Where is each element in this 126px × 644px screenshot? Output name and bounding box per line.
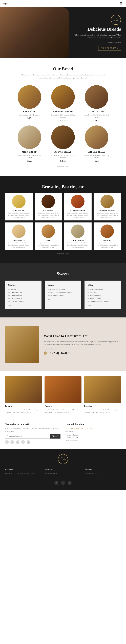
pastry-item: CROISSANT Sample text. Click to select t… xyxy=(5,193,33,220)
hours-days: Monday - Sunday xyxy=(66,434,121,436)
footer-column: Headline Sample Filler text. xyxy=(45,468,81,475)
bread-name: MILK BREAD xyxy=(14,151,44,153)
gallery-item-description: Sample text. Click to select the text bo… xyxy=(84,408,121,414)
gallery-item-title: Cookies xyxy=(44,405,82,408)
bread-price: $2.45 xyxy=(48,160,78,162)
pastry-description: Sample text. Click to select the text bo… xyxy=(37,212,60,218)
hero-bread-image xyxy=(0,8,69,58)
sweets-column: Cookies BiscottiChocolate ChipOatmeal Pe… xyxy=(5,280,41,309)
sweets-more-link[interactable]: more xyxy=(8,304,38,306)
sweets-column-title: Other xyxy=(88,284,118,286)
pastry-item: BROWNIES Sample text. Click to select th… xyxy=(35,193,62,220)
sweets-column: Scones Classic butter sconeFresh fruit b… xyxy=(45,280,81,309)
sweets-item: Seasonal galettes xyxy=(88,288,118,290)
menu-icon[interactable]: ☰ xyxy=(120,2,123,6)
social-icon-p[interactable]: p xyxy=(26,440,30,444)
footer-social-icon-f[interactable]: f xyxy=(54,481,58,485)
newsletter-title: Sign up for the newsletter xyxy=(5,423,60,426)
footer-social: fty xyxy=(5,478,121,485)
bread-description: Sample text. Click to select the Text El… xyxy=(14,154,44,159)
sweets-item: Banana Bread xyxy=(88,294,118,296)
gallery-item-description: Sample text. Click to select the text bo… xyxy=(5,408,42,414)
footer-social-icon-y[interactable]: y xyxy=(68,481,72,485)
pastry-image xyxy=(71,224,85,238)
footer-badge: Bakery Est. 2010 xyxy=(58,454,68,464)
pastries-title: Brownies, Pastries, etc xyxy=(5,184,121,189)
sweets-columns: Cookies BiscottiChocolate ChipOatmeal Pe… xyxy=(5,280,121,309)
social-icon-in[interactable]: in xyxy=(16,440,19,444)
pastry-image xyxy=(12,195,25,208)
pastry-description: Sample text. Click to select the text bo… xyxy=(96,242,119,248)
gallery-item-title: Pastries xyxy=(84,405,121,408)
info-section: Sign up for the newsletter Want to be th… xyxy=(0,423,126,449)
pastry-name: TARTS xyxy=(37,239,60,241)
gallery-item-title: Breads xyxy=(5,405,42,408)
hours-column: Hours & Location 44 E 13th St, New York,… xyxy=(66,423,121,444)
contact-content: We'd Like to Hear from You We are leader… xyxy=(44,334,121,355)
bread-image xyxy=(18,85,41,109)
sweets-title: Sweets xyxy=(5,271,121,276)
newsletter-submit-button[interactable]: SUBMIT xyxy=(50,434,60,438)
pastry-item: TARTS Sample text. Click to select the t… xyxy=(35,222,62,250)
hero-badge-line2: Est. 2010 xyxy=(113,20,119,22)
bread-image xyxy=(51,85,75,109)
social-icon-t[interactable]: t xyxy=(10,440,14,444)
pastry-description: Sample text. Click to select the text bo… xyxy=(66,242,90,248)
gallery-image xyxy=(84,376,121,403)
hours-title: Hours & Location xyxy=(66,423,121,426)
bread-image xyxy=(85,85,108,109)
sweets-more-link[interactable]: more xyxy=(48,298,78,300)
our-bread-section: Our Bread Duis aute irure dolor in repre… xyxy=(0,58,126,176)
bread-price: $4.5 xyxy=(14,117,44,120)
pastry-item: COOKIES Sample text. Click to select the… xyxy=(94,222,121,250)
footer-column-title: Headline xyxy=(45,468,81,471)
logo: logo xyxy=(3,2,7,5)
bread-name: BROWN BREAD xyxy=(48,151,78,153)
footer-top: Bakery Est. 2010 xyxy=(5,454,121,464)
social-icon-y[interactable]: y xyxy=(21,440,25,444)
hero-content: Bakery Est. 2010 Delicious Breads Nillam… xyxy=(67,15,121,51)
contact-description: We are leaders in the manufacture and di… xyxy=(44,340,121,346)
bread-attribution: Images from Freepik xyxy=(5,166,121,168)
bread-item: CHEESE BREAD Sample text. Click to selec… xyxy=(82,126,112,162)
pastry-name: CROISSANT xyxy=(7,210,31,211)
bread-name: CHEESE BREAD xyxy=(82,151,112,153)
footer-column-text: Sample text. Click to select the Text El… xyxy=(5,472,41,475)
bread-item: MIXED GRAIN Sample text. Click to select… xyxy=(82,85,112,122)
footer-column-title: Headline xyxy=(85,468,121,471)
sweets-column-title: Cookies xyxy=(8,284,38,286)
pastry-image xyxy=(101,224,114,238)
social-icon-f[interactable]: f xyxy=(5,440,9,444)
gallery-item: Breads Sample text. Click to select the … xyxy=(5,376,42,414)
footer-column: Headline Sample Filler text. xyxy=(85,468,121,475)
bread-description: Sample text. Click to select the Text El… xyxy=(48,154,78,159)
sweets-item: Seasonal Specials xyxy=(8,300,38,302)
our-bread-title: Our Bread xyxy=(5,66,121,72)
sweets-item: Biscotti xyxy=(8,288,38,290)
sweets-item: Oat Ginger Bar xyxy=(8,298,38,300)
footer-badge-line1: Bakery xyxy=(61,457,65,459)
sweets-more-link[interactable]: more xyxy=(88,304,118,306)
sweets-item: Bread Pudding xyxy=(88,298,118,300)
pastry-image xyxy=(41,224,55,238)
hours-time: 7:00am - 8:00pm xyxy=(66,436,121,438)
contact-image xyxy=(5,326,39,363)
our-bread-subtitle: Duis aute irure dolor in reprehenderit i… xyxy=(21,74,105,79)
newsletter-email-input[interactable] xyxy=(5,434,50,438)
view-products-button[interactable]: VIEW PRODUCTS xyxy=(98,46,121,51)
navbar: logo ☰ xyxy=(0,0,126,8)
sweets-item: Classic butter scone xyxy=(48,288,78,290)
bread-image xyxy=(18,126,41,149)
bread-image xyxy=(51,126,75,149)
pastry-item: CINNAMON BUN Sample text. Click to selec… xyxy=(64,193,92,220)
phone-number: +1 (234) 567-8910 xyxy=(48,352,71,355)
bread-item: BROWN BREAD Sample text. Click to select… xyxy=(48,126,78,162)
footer-social-icon-t[interactable]: t xyxy=(61,481,65,485)
phone-icon: 📞 xyxy=(44,352,47,355)
pastry-item: TURKISH BAGELS Sample text. Click to sel… xyxy=(94,193,121,220)
footer-column-text: Sample Filler text. xyxy=(85,472,121,475)
sweets-column: Other Seasonal galettesTartletsBanana Br… xyxy=(85,280,121,309)
footer-column-text: Sample Filler text. xyxy=(45,472,81,475)
pastry-name: DOUGHNUTS xyxy=(7,239,31,241)
footer-column-title: Headline xyxy=(5,468,41,471)
